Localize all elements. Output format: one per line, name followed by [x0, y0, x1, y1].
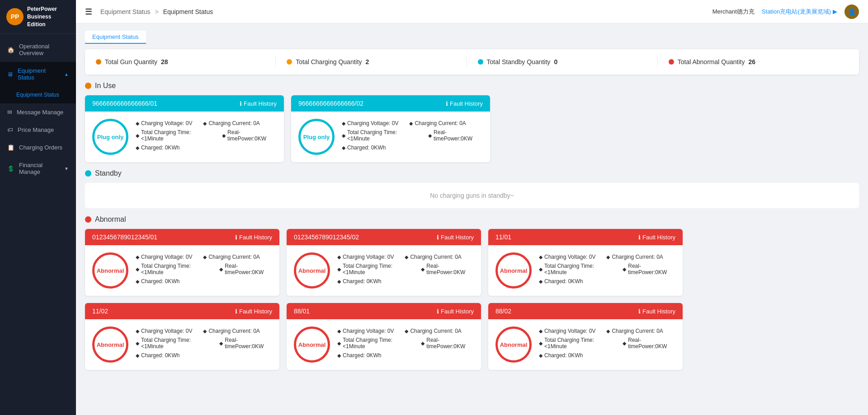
diamond-icon-1c: ◆: [342, 133, 345, 139]
mail-icon: ✉: [7, 109, 12, 116]
diamond-icon-a1b: ◆: [405, 254, 408, 260]
total-gun-dot: [96, 59, 101, 65]
sidebar-item-charging-orders[interactable]: 📋 Charging Orders: [0, 139, 76, 156]
fault-history-btn-1[interactable]: ℹ Fault History: [446, 100, 483, 107]
diamond-icon-0b: ◆: [203, 121, 207, 126]
total-charging-time-1: ◆ Total Charging Time: <1Minute: [342, 129, 417, 142]
abnormal-card-5: 88/02 ℹ Fault History Abnormal ◆ Chargin…: [488, 303, 683, 370]
abnormal-fault-history-btn-3[interactable]: ℹ Fault History: [235, 308, 272, 315]
abnormal-charging-voltage-3: ◆ Charging Voltage: 0V: [136, 328, 192, 334]
abnormal-status-circle-3: Abnormal: [92, 326, 128, 363]
diamond-icon-a1d: ◆: [421, 266, 425, 272]
station-arrow-icon: ▶: [833, 8, 837, 15]
app-header: ☰ Equipment Status > Equipment Status Me…: [76, 0, 868, 23]
info-row-0-1: ◆ Charging Voltage: 0V ◆ Charging Curren…: [136, 120, 277, 126]
diamond-icon-0c: ◆: [136, 133, 139, 139]
logo-icon: PP: [6, 8, 24, 25]
card-info-0: ◆ Charging Voltage: 0V ◆ Charging Curren…: [136, 120, 277, 154]
abnormal-info-row-2-3: ◆ Charged: 0KWh: [539, 278, 675, 284]
diamond-icon-a0b: ◆: [203, 254, 207, 260]
diamond-icon-a0a: ◆: [136, 254, 139, 260]
sidebar-item-financial-manage[interactable]: 💲 Financial Manage ▼: [0, 156, 76, 181]
chevron-down-icon: ▼: [64, 166, 69, 171]
abnormal-card-header-1: 0123456789012345/02 ℹ Fault History: [287, 229, 481, 245]
abnormal-card-header-0: 0123456789012345/01 ℹ Fault History: [85, 229, 279, 245]
abnormal-total-charging-time-2: ◆ Total Charging Time: <1Minute: [539, 263, 612, 275]
abnormal-card-id-5: 88/02: [495, 308, 511, 315]
abnormal-fault-history-btn-5[interactable]: ℹ Fault History: [638, 308, 675, 315]
logo-text: PeterPower Business Edition: [27, 5, 57, 28]
in-use-label: In Use: [95, 82, 116, 90]
abnormal-fault-history-btn-1[interactable]: ℹ Fault History: [437, 234, 474, 241]
charging-current-1: ◆ Charging Current: 0A: [409, 120, 466, 126]
abnormal-realtime-power-2: ◆ Real-timePower:0KW: [623, 263, 675, 275]
abnormal-card-0: 0123456789012345/01 ℹ Fault History Abno…: [85, 229, 279, 296]
diamond-icon-0d: ◆: [222, 133, 226, 139]
abnormal-total-charging-time-5: ◆ Total Charging Time: <1Minute: [539, 337, 612, 350]
fault-history-btn-0[interactable]: ℹ Fault History: [240, 100, 277, 107]
abnormal-charged-3: ◆ Charged: 0KWh: [136, 352, 179, 359]
abnormal-card-header-4: 88/01 ℹ Fault History: [287, 303, 481, 319]
hamburger-icon[interactable]: ☰: [85, 7, 92, 17]
standby-empty-message: No charging guns in standby~: [85, 183, 859, 208]
abnormal-charging-current-5: ◆ Charging Current: 0A: [606, 328, 663, 334]
user-avatar[interactable]: 👤: [844, 5, 859, 19]
abnormal-info-row-0-1: ◆ Charging Voltage: 0V ◆ Charging Curren…: [136, 254, 272, 260]
total-standby-value: 0: [554, 58, 557, 65]
abnormal-card-body-3: Abnormal ◆ Charging Voltage: 0V ◆ Chargi…: [85, 319, 279, 370]
tag-icon: 🏷: [7, 126, 13, 133]
dollar-icon: 💲: [7, 165, 14, 172]
abnormal-charging-current-4: ◆ Charging Current: 0A: [405, 328, 461, 334]
breadcrumb-parent[interactable]: Equipment Status: [100, 8, 151, 15]
in-use-section-header: In Use: [85, 82, 859, 90]
sidebar-item-message-manage[interactable]: ✉ Message Manage: [0, 103, 76, 121]
diamond-icon-a5a: ◆: [539, 328, 542, 334]
diamond-icon-a3e: ◆: [136, 353, 139, 359]
abnormal-total-charging-time-3: ◆ Total Charging Time: <1Minute: [136, 337, 208, 350]
merchant-info: Merchant德力充: [712, 8, 755, 16]
sidebar-menu: 🏠 Operational Overview 🖥 Equipment Statu…: [0, 34, 76, 415]
total-charging-value: 2: [366, 58, 369, 65]
sidebar-item-operational-overview[interactable]: 🏠 Operational Overview: [0, 37, 76, 62]
abnormal-fault-history-btn-2[interactable]: ℹ Fault History: [638, 234, 675, 241]
info-row-1-1: ◆ Charging Voltage: 0V ◆ Charging Curren…: [342, 120, 483, 126]
abnormal-status-circle-1: Abnormal: [294, 252, 330, 289]
abnormal-fault-history-btn-0[interactable]: ℹ Fault History: [235, 234, 272, 241]
abnormal-charging-voltage-1: ◆ Charging Voltage: 0V: [337, 254, 394, 260]
station-label: Station充电站(龙美展览域): [762, 8, 831, 16]
abnormal-card-4: 88/01 ℹ Fault History Abnormal ◆ Chargin…: [287, 303, 481, 370]
abnormal-charged-4: ◆ Charged: 0KWh: [337, 352, 381, 359]
info-icon-0: ℹ: [240, 100, 242, 107]
abnormal-info-row-4-1: ◆ Charging Voltage: 0V ◆ Charging Curren…: [337, 328, 474, 334]
sidebar-sub-item-equipment-status[interactable]: Equipment Status: [0, 86, 76, 103]
diamond-icon-a5d: ◆: [623, 340, 626, 346]
abnormal-fault-history-btn-4[interactable]: ℹ Fault History: [437, 308, 474, 315]
abnormal-section-header: Abnormal: [85, 215, 859, 224]
abnormal-info-row-4-3: ◆ Charged: 0KWh: [337, 352, 474, 359]
sidebar-item-price-manage[interactable]: 🏷 Price Manage: [0, 121, 76, 139]
abnormal-info-row-1-3: ◆ Charged: 0KWh: [337, 278, 474, 284]
abnormal-info-row-5-3: ◆ Charged: 0KWh: [539, 352, 675, 359]
card-id-0: 9666666666666666/01: [92, 100, 157, 107]
in-use-dot: [85, 83, 91, 89]
abnormal-info-icon-5: ℹ: [638, 308, 641, 315]
abnormal-realtime-power-1: ◆ Real-timePower:0KW: [421, 263, 474, 275]
abnormal-info-icon-3: ℹ: [235, 308, 237, 315]
station-info[interactable]: Station充电站(龙美展览域) ▶: [762, 8, 837, 16]
home-icon: 🏠: [7, 47, 14, 53]
content-area: Equipment Status Total Gun Quantity 28 T…: [76, 23, 868, 415]
total-abnormal-dot: [669, 59, 674, 65]
equipment-status-tab[interactable]: Equipment Status: [85, 31, 146, 44]
status-circle-1: Plug only: [298, 119, 335, 155]
abnormal-charging-current-2: ◆ Charging Current: 0A: [606, 254, 663, 260]
total-charging-label: Total Charging Quantity: [296, 58, 362, 65]
abnormal-info-icon-2: ℹ: [638, 234, 641, 241]
abnormal-info-icon-1: ℹ: [437, 234, 439, 241]
diamond-icon-1d: ◆: [428, 133, 432, 139]
abnormal-card-id-0: 0123456789012345/01: [92, 233, 157, 241]
realtime-power-1: ◆ Real-timePower:0KW: [428, 129, 483, 142]
list-icon: 📋: [7, 144, 14, 151]
abnormal-card-info-2: ◆ Charging Voltage: 0V ◆ Charging Curren…: [539, 254, 675, 287]
stat-total-abnormal: Total Abnormal Quantity 26: [658, 58, 848, 65]
sidebar-item-equipment-status[interactable]: 🖥 Equipment Status ▲: [0, 62, 76, 86]
